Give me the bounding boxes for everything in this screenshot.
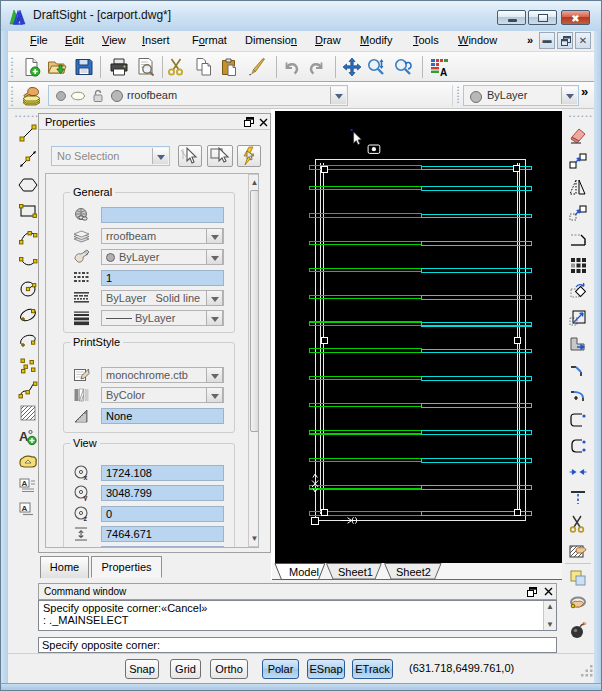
svg-text:Model: Model <box>289 566 319 578</box>
svg-text:A: A <box>22 504 28 513</box>
svg-text:z: z <box>84 515 88 522</box>
svg-text:Sheet1: Sheet1 <box>338 566 373 578</box>
svg-text:A: A <box>22 479 28 488</box>
svg-text:y: y <box>84 494 88 502</box>
svg-text:Sheet2: Sheet2 <box>396 566 431 578</box>
svg-text:x: x <box>84 474 88 481</box>
svg-text:A: A <box>440 67 447 77</box>
